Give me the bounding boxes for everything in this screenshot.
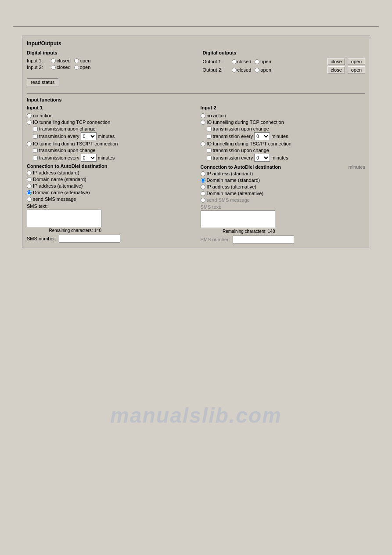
output1-close-button[interactable]: close bbox=[327, 58, 345, 65]
output2-closed-radio[interactable]: closed bbox=[232, 67, 252, 73]
func2-no-action-label: no action bbox=[207, 113, 227, 118]
func1-sms-number-input[interactable] bbox=[59, 235, 120, 243]
func2-domain-alt-radio[interactable] bbox=[201, 191, 205, 196]
func1-tx-change2-check[interactable] bbox=[33, 148, 38, 153]
func1-tx-change-label: transmission upon change bbox=[39, 126, 95, 131]
func2-sms-number-input[interactable] bbox=[233, 236, 294, 243]
input2-open-radio[interactable]: open bbox=[74, 65, 90, 70]
func2-tx-every2-label: transmission every bbox=[213, 155, 253, 160]
output2-open-input[interactable] bbox=[255, 68, 259, 73]
output1-open-button[interactable]: open bbox=[348, 58, 365, 65]
func2-sms-radio[interactable] bbox=[201, 198, 205, 203]
output1-label: Output 1: bbox=[203, 59, 229, 64]
func1-ip-alt-radio[interactable] bbox=[27, 184, 32, 189]
func1-tx-minutes2-label: minutes bbox=[98, 155, 115, 160]
input2-closed-input[interactable] bbox=[51, 65, 56, 70]
input2-section-title: Input 2 bbox=[201, 105, 366, 110]
output1-open-radio[interactable]: open bbox=[255, 59, 271, 64]
main-panel: Input/Outputs Digital inputs Input 1: cl… bbox=[22, 36, 370, 248]
func2-tx-every-label: transmission every bbox=[213, 134, 253, 139]
func1-domain-std-radio[interactable] bbox=[27, 177, 32, 182]
func1-no-action-label: no action bbox=[33, 113, 53, 118]
func1-domain-alt-radio[interactable] bbox=[27, 190, 32, 195]
func2-ip-alt-radio[interactable] bbox=[201, 185, 205, 189]
func1-domain-alt-label: Domain name (alternative) bbox=[33, 190, 90, 195]
func1-sms-radio[interactable] bbox=[27, 197, 32, 202]
func2-io-tscpt-label: IO tunnelling during TSC/PT connection bbox=[207, 141, 291, 146]
func1-sms-label: send SMS message bbox=[33, 196, 76, 202]
panel-title: Input/Outputs bbox=[27, 40, 365, 47]
func2-sms-text-label: SMS text: bbox=[201, 204, 366, 210]
func2-tx-minutes-label: minutes bbox=[271, 134, 288, 139]
func1-no-action-radio[interactable] bbox=[27, 113, 32, 118]
func2-minutes-right: minutes bbox=[348, 164, 365, 170]
func2-tx-change-check[interactable] bbox=[207, 127, 212, 131]
func2-tx-change-label: transmission upon change bbox=[213, 126, 269, 131]
output2-open-radio[interactable]: open bbox=[255, 67, 271, 73]
func2-io-tcp-radio[interactable] bbox=[201, 120, 205, 125]
func2-ip-std-radio[interactable] bbox=[201, 171, 205, 176]
output2-close-button[interactable]: close bbox=[327, 66, 345, 73]
func2-tx-minutes-select[interactable]: 0 1 5 bbox=[254, 132, 270, 140]
input1-open-radio[interactable]: open bbox=[74, 58, 90, 63]
func2-connection-title: Connection to AutoDiel destination bbox=[201, 164, 281, 170]
func1-sms-textarea[interactable] bbox=[27, 210, 101, 227]
func1-tx-minutes2-select[interactable]: 0 1 5 10 bbox=[81, 154, 97, 162]
func1-tx-minutes-label: minutes bbox=[98, 134, 115, 139]
func2-tx-every2-check[interactable] bbox=[207, 156, 212, 160]
input1-label: Input 1: bbox=[27, 58, 51, 63]
func1-ip-alt-label: IP address (alternative) bbox=[33, 183, 83, 189]
func2-tx-minutes2-select[interactable]: 0 1 5 bbox=[254, 154, 270, 162]
func1-connection-title: Connection to AutoDiel destination bbox=[27, 163, 192, 169]
func2-io-tscpt-radio[interactable] bbox=[201, 141, 205, 146]
func1-tx-every-check[interactable] bbox=[33, 134, 38, 139]
func1-sms-text-label: SMS text: bbox=[27, 203, 192, 209]
output2-closed-input[interactable] bbox=[232, 68, 237, 73]
func2-tx-every-check[interactable] bbox=[207, 134, 212, 139]
func1-ip-std-radio[interactable] bbox=[27, 170, 32, 175]
func1-io-tscpt-radio[interactable] bbox=[27, 141, 32, 146]
func2-no-action-radio[interactable] bbox=[201, 113, 205, 118]
func2-ip-alt-label: IP address (alternative) bbox=[207, 184, 257, 189]
func2-sms-textarea[interactable] bbox=[201, 210, 275, 228]
output1-open-input[interactable] bbox=[255, 59, 259, 64]
func1-tx-change-check[interactable] bbox=[33, 127, 38, 131]
output1-closed-input[interactable] bbox=[232, 59, 237, 64]
func1-io-tcp-label: IO tunnelling during TCP connection bbox=[33, 120, 110, 125]
func2-sms-label: send SMS message bbox=[207, 197, 250, 203]
input1-open-input[interactable] bbox=[74, 58, 79, 63]
func2-tx-change2-label: transmission upon change bbox=[213, 148, 269, 153]
input1-section-title: Input 1 bbox=[27, 105, 192, 110]
func2-sms-number-label: SMS number: bbox=[201, 237, 230, 242]
output2-open-button[interactable]: open bbox=[348, 66, 365, 73]
func2-domain-std-radio[interactable] bbox=[201, 178, 205, 183]
input1-closed-radio[interactable]: closed bbox=[51, 58, 71, 63]
func1-io-tcp-radio[interactable] bbox=[27, 120, 32, 125]
output1-closed-radio[interactable]: closed bbox=[232, 59, 252, 64]
input2-open-input[interactable] bbox=[74, 65, 79, 70]
digital-inputs-title: Digital inputs bbox=[27, 50, 190, 55]
func1-tx-every2-check[interactable] bbox=[33, 156, 38, 160]
func1-ip-std-label: IP address (standard) bbox=[33, 170, 79, 175]
func1-remaining-chars: Remaining characters: 140 bbox=[27, 228, 101, 233]
watermark: manualslib.com bbox=[110, 403, 282, 428]
input2-label: Input 2: bbox=[27, 65, 51, 70]
func1-tx-every2-label: transmission every bbox=[39, 155, 79, 160]
input2-closed-radio[interactable]: closed bbox=[51, 65, 71, 70]
func1-io-tscpt-label: IO tunnelling during TSC/PT connection bbox=[33, 141, 118, 146]
input1-closed-input[interactable] bbox=[51, 58, 56, 63]
func2-domain-alt-label: Domain name (alternative) bbox=[207, 191, 264, 196]
read-status-button[interactable]: read status bbox=[27, 78, 58, 86]
func2-tx-minutes-r2-label: minutes bbox=[271, 155, 288, 160]
func1-domain-std-label: Domain name (standard) bbox=[33, 177, 86, 182]
func2-io-tcp-label: IO tunnelling during TCP connection bbox=[207, 120, 284, 125]
func2-tx-change2-check[interactable] bbox=[207, 148, 212, 153]
func1-tx-minutes-select[interactable]: 0 1 5 10 30 60 bbox=[81, 132, 97, 140]
digital-outputs-title: Digital outputs bbox=[203, 50, 366, 55]
func1-sms-number-label: SMS number: bbox=[27, 236, 56, 241]
input-functions-title: Input functions bbox=[27, 97, 365, 102]
output2-label: Output 2: bbox=[203, 67, 229, 73]
func2-ip-std-label: IP address (standard) bbox=[207, 171, 253, 176]
func1-tx-every-label: transmission every bbox=[39, 134, 79, 139]
func1-tx-change2-label: transmission upon change bbox=[39, 148, 95, 153]
